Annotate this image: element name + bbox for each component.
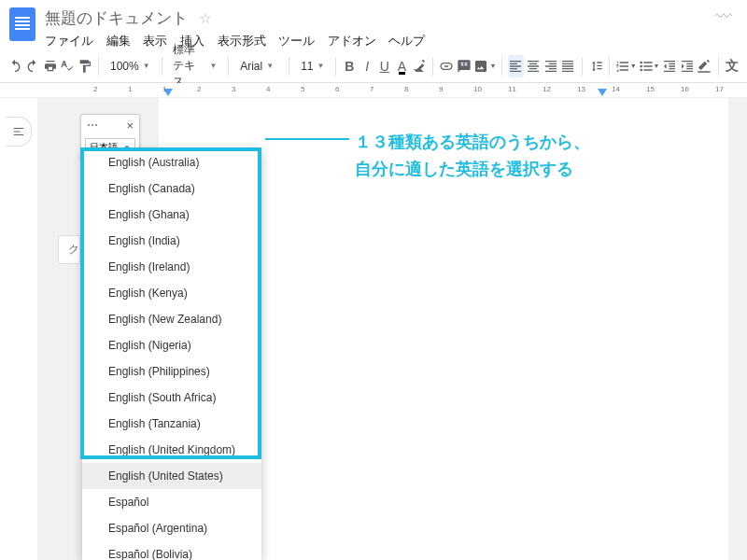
menu-tools[interactable]: ツール: [278, 34, 315, 48]
menu-format[interactable]: 表示形式: [218, 34, 266, 48]
language-option[interactable]: English (New Zealand): [82, 306, 261, 332]
language-option[interactable]: English (Canada): [82, 175, 261, 202]
outline-toggle[interactable]: [6, 117, 32, 147]
document-title[interactable]: 無題のドキュメント: [45, 9, 188, 27]
menu-bar: ファイル 編集 表示 挿入 表示形式 ツール アドオン ヘルプ: [45, 33, 715, 49]
text-color-button[interactable]: A: [394, 55, 410, 77]
font-select[interactable]: Arial▼: [234, 60, 283, 73]
font-size-select[interactable]: 11▼: [295, 60, 330, 73]
language-option[interactable]: English (Tanzania): [82, 411, 261, 437]
indent-marker-right-icon[interactable]: [598, 89, 607, 96]
ruler-mark: 16: [681, 85, 689, 93]
menu-view[interactable]: 表示: [143, 34, 167, 48]
italic-button[interactable]: I: [359, 55, 375, 77]
separator: [289, 57, 289, 76]
ruler-mark: 12: [543, 85, 551, 93]
ruler-mark: 13: [577, 85, 585, 93]
star-icon[interactable]: ☆: [199, 10, 211, 26]
ruler-mark: 17: [715, 85, 724, 93]
separator: [98, 57, 99, 76]
bulleted-list-button[interactable]: ▼: [639, 55, 660, 77]
language-option[interactable]: English (Nigeria): [82, 332, 261, 358]
language-option[interactable]: English (Ghana): [82, 202, 261, 228]
ruler-mark: 4: [266, 85, 270, 93]
ruler-mark: 5: [301, 85, 304, 93]
undo-button[interactable]: [7, 55, 23, 77]
separator: [582, 57, 583, 76]
numbered-list-button[interactable]: ▼: [615, 55, 637, 77]
paint-format-button[interactable]: [78, 55, 93, 77]
language-option[interactable]: English (India): [82, 228, 261, 254]
menu-file[interactable]: ファイル: [45, 34, 93, 48]
input-tools-button[interactable]: 文: [724, 55, 740, 77]
bold-button[interactable]: B: [342, 55, 358, 77]
language-option[interactable]: Español (Argentina): [82, 515, 261, 541]
ruler-mark: 10: [473, 85, 482, 93]
language-option[interactable]: English (South Africa): [82, 385, 261, 411]
separator: [609, 57, 610, 76]
align-center-button[interactable]: [526, 55, 542, 77]
ruler-mark: 2: [93, 85, 97, 93]
ruler-mark: 2: [197, 85, 201, 93]
language-option[interactable]: Español: [82, 489, 261, 515]
ruler-mark: 8: [404, 85, 408, 93]
close-icon[interactable]: ×: [126, 119, 134, 133]
spellcheck-button[interactable]: [60, 55, 76, 77]
ruler-mark: 1: [128, 85, 132, 93]
ruler-mark: 7: [370, 85, 374, 93]
clear-format-button[interactable]: [697, 55, 712, 77]
menu-help[interactable]: ヘルプ: [388, 34, 425, 48]
align-justify-button[interactable]: [560, 55, 576, 77]
separator: [718, 57, 719, 76]
language-option[interactable]: English (United Kingdom): [82, 437, 261, 463]
toolbar: 100%▼ 標準テキス...▼ Arial▼ 11▼ B I U A ▼ ▼ ▼…: [0, 49, 747, 83]
hint-chip: ク: [58, 235, 80, 264]
docs-logo-icon[interactable]: [9, 7, 35, 41]
line-spacing-button[interactable]: [587, 55, 603, 77]
align-right-button[interactable]: [543, 55, 558, 77]
comment-button[interactable]: [457, 55, 472, 77]
separator: [228, 57, 229, 76]
language-option[interactable]: English (Ireland): [82, 254, 261, 280]
separator: [162, 57, 162, 76]
language-option[interactable]: Español (Bolivia): [82, 541, 261, 560]
language-option[interactable]: English (Australia): [82, 149, 261, 175]
ruler-mark: 3: [232, 85, 235, 93]
redo-button[interactable]: [25, 55, 41, 77]
language-option[interactable]: English (United States): [82, 463, 261, 489]
print-button[interactable]: [42, 55, 58, 77]
separator: [501, 57, 502, 76]
annotation-text: １３種類ある英語のうちから、 自分に適した英語を選択する: [355, 129, 590, 183]
ruler-mark: 11: [508, 85, 516, 93]
language-option[interactable]: English (Philippines): [82, 358, 261, 385]
ruler-mark: 6: [335, 85, 339, 93]
align-left-button[interactable]: [508, 55, 524, 77]
ruler-mark: 14: [612, 85, 620, 93]
underline-button[interactable]: U: [376, 55, 392, 77]
language-option[interactable]: English (Kenya): [82, 280, 261, 306]
menu-addons[interactable]: アドオン: [328, 34, 376, 48]
ruler-mark: 1: [162, 85, 166, 93]
highlight-button[interactable]: [412, 55, 428, 77]
image-button[interactable]: ▼: [473, 55, 496, 77]
decrease-indent-button[interactable]: [662, 55, 678, 77]
increase-indent-button[interactable]: [679, 55, 695, 77]
activity-icon[interactable]: 〰: [715, 7, 732, 27]
panel-drag-icon[interactable]: ⋯: [87, 119, 98, 133]
outline-sidebar: [0, 98, 37, 560]
annotation-pointer: [265, 138, 349, 140]
ruler-mark: 9: [439, 85, 443, 93]
horizontal-ruler[interactable]: 21123456789101112131415161718: [0, 83, 747, 98]
link-button[interactable]: [439, 55, 455, 77]
separator: [432, 57, 433, 76]
zoom-select[interactable]: 100%▼: [105, 60, 156, 73]
language-dropdown[interactable]: English (Australia)English (Canada)Engli…: [82, 149, 261, 560]
menu-edit[interactable]: 編集: [106, 34, 131, 48]
separator: [335, 57, 336, 76]
header: 無題のドキュメント ☆ ファイル 編集 表示 挿入 表示形式 ツール アドオン …: [0, 0, 747, 49]
ruler-mark: 15: [646, 85, 655, 93]
